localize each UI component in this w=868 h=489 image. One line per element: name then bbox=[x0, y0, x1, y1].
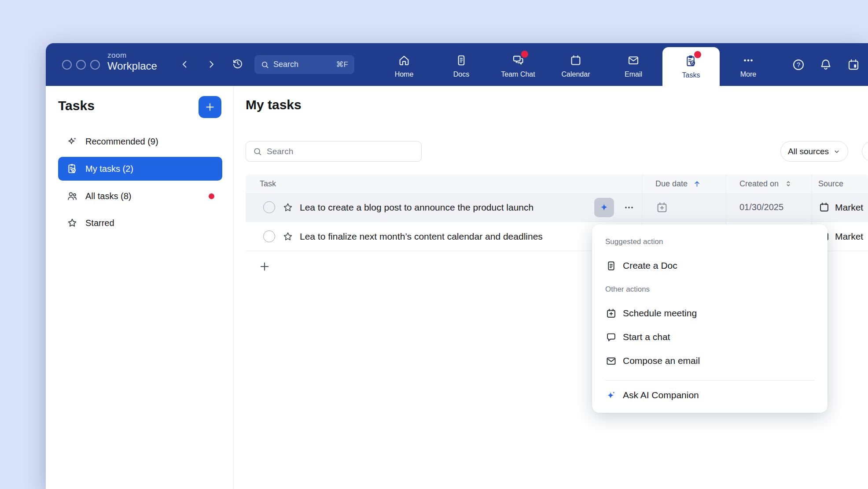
global-search-input[interactable] bbox=[273, 60, 332, 69]
sidebar-title: Tasks bbox=[58, 98, 95, 113]
calendar-plus-icon bbox=[605, 307, 617, 319]
menu-item-start-chat[interactable]: Start a chat bbox=[592, 325, 828, 349]
doc-icon bbox=[605, 260, 617, 272]
nav-team-chat[interactable]: Team Chat bbox=[494, 48, 542, 83]
ai-companion-actions-button[interactable] bbox=[594, 198, 614, 217]
column-header-created-on[interactable]: Created on bbox=[726, 174, 811, 193]
calendar-date-icon bbox=[846, 58, 861, 72]
window-close-icon[interactable] bbox=[62, 60, 72, 70]
sidebar-item-label: All tasks (8) bbox=[85, 191, 131, 201]
back-button[interactable] bbox=[178, 57, 192, 71]
nav-calendar[interactable]: Calendar bbox=[552, 48, 600, 83]
plus-icon bbox=[258, 260, 271, 273]
menu-section-label: Suggested action bbox=[592, 230, 828, 254]
svg-text:?: ? bbox=[797, 61, 800, 68]
star-icon[interactable] bbox=[282, 230, 294, 243]
history-button[interactable] bbox=[231, 56, 245, 70]
date-picker-button[interactable] bbox=[846, 57, 861, 73]
docs-icon bbox=[455, 53, 468, 67]
tasks-sidebar: Tasks Recommended (9) bbox=[46, 86, 234, 489]
new-task-button[interactable] bbox=[199, 96, 221, 118]
nav-email-label: Email bbox=[625, 70, 642, 78]
team-chat-badge bbox=[521, 51, 528, 58]
envelope-icon bbox=[605, 355, 617, 367]
add-task-button[interactable] bbox=[257, 259, 272, 274]
top-navbar: zoom Workplace bbox=[46, 43, 868, 86]
team-chat-icon bbox=[511, 53, 525, 67]
tasks-icon bbox=[684, 54, 698, 69]
tasks-badge bbox=[694, 51, 701, 58]
task-complete-checkbox[interactable] bbox=[263, 201, 275, 213]
partial-filter-button[interactable] bbox=[862, 141, 868, 162]
zoom-workplace-logo: zoom Workplace bbox=[107, 52, 157, 71]
sidebar-item-all-tasks[interactable]: All tasks (8) bbox=[58, 185, 222, 207]
task-cell: Lea to create a blog post to announce th… bbox=[246, 193, 642, 222]
more-ellipsis-icon bbox=[742, 53, 755, 67]
sources-filter-dropdown[interactable]: All sources bbox=[780, 141, 848, 162]
sidebar-nav-list: Recommended (9) My tasks (2) bbox=[58, 130, 222, 234]
created-on-cell: 01/30/2025 bbox=[726, 193, 811, 222]
my-tasks-panel: My tasks All sources Task bbox=[234, 86, 868, 489]
due-date-cell[interactable] bbox=[642, 193, 726, 222]
sidebar-item-label: Starred bbox=[85, 218, 114, 228]
source-label: Market bbox=[835, 202, 863, 213]
nav-tasks-active-tab[interactable]: Tasks bbox=[662, 47, 720, 86]
task-row[interactable]: Lea to create a blog post to announce th… bbox=[246, 193, 868, 222]
star-icon[interactable] bbox=[282, 201, 294, 214]
nav-home[interactable]: Home bbox=[380, 48, 428, 83]
chevron-right-icon bbox=[206, 59, 217, 70]
column-header-source[interactable]: Source bbox=[811, 174, 868, 193]
menu-item-ask-ai-companion[interactable]: Ask AI Companion bbox=[592, 383, 828, 407]
logo-workplace-text: Workplace bbox=[107, 61, 157, 71]
column-header-due-date[interactable]: Due date bbox=[642, 174, 726, 193]
nav-docs[interactable]: Docs bbox=[437, 48, 485, 83]
app-window: zoom Workplace bbox=[46, 43, 868, 489]
window-zoom-icon[interactable] bbox=[90, 60, 100, 70]
star-icon bbox=[66, 217, 78, 229]
chat-bubble-icon bbox=[605, 331, 617, 343]
add-due-date-icon[interactable] bbox=[655, 201, 669, 214]
task-cell: Lea to finalize next month’s content cal… bbox=[246, 222, 642, 251]
sort-ascending-icon[interactable] bbox=[693, 180, 701, 188]
task-title: Lea to create a blog post to announce th… bbox=[300, 202, 533, 213]
search-icon bbox=[261, 60, 269, 69]
task-title: Lea to finalize next month’s content cal… bbox=[300, 231, 543, 242]
content-area: Tasks Recommended (9) bbox=[46, 86, 868, 489]
calendar-icon bbox=[569, 53, 582, 67]
nav-email[interactable]: Email bbox=[609, 48, 658, 83]
email-icon bbox=[627, 53, 640, 67]
menu-item-compose-email[interactable]: Compose an email bbox=[592, 349, 828, 373]
menu-item-create-doc[interactable]: Create a Doc bbox=[592, 254, 828, 278]
home-icon bbox=[397, 53, 411, 67]
clipboard-check-icon bbox=[66, 163, 78, 175]
notifications-button[interactable] bbox=[818, 57, 834, 73]
global-search-bar[interactable]: ⌘F bbox=[254, 55, 354, 74]
source-cell[interactable]: Market bbox=[811, 193, 868, 222]
nav-more[interactable]: More bbox=[724, 48, 772, 83]
forward-button[interactable] bbox=[204, 57, 218, 71]
ai-sparkle-icon bbox=[598, 201, 611, 214]
sort-toggle-icon[interactable] bbox=[784, 179, 793, 188]
ai-companion-icon bbox=[605, 389, 617, 401]
sidebar-item-starred[interactable]: Starred bbox=[58, 211, 222, 234]
search-shortcut-hint: ⌘F bbox=[336, 60, 348, 69]
window-controls[interactable] bbox=[62, 60, 100, 70]
sidebar-item-label: Recommended (9) bbox=[85, 137, 158, 147]
help-button[interactable]: ? bbox=[791, 57, 806, 73]
table-header: Task Due date Created on bbox=[246, 174, 868, 193]
row-more-actions-button[interactable] bbox=[622, 200, 636, 215]
task-search-input[interactable] bbox=[267, 147, 415, 156]
menu-item-schedule-meeting[interactable]: Schedule meeting bbox=[592, 301, 828, 325]
nav-team-chat-label: Team Chat bbox=[501, 70, 535, 78]
column-header-task[interactable]: Task bbox=[246, 174, 642, 193]
sidebar-item-recommended[interactable]: Recommended (9) bbox=[58, 130, 222, 153]
logo-zoom-text: zoom bbox=[107, 52, 157, 59]
window-minimize-icon[interactable] bbox=[76, 60, 86, 70]
people-icon bbox=[66, 190, 78, 202]
task-search-bar[interactable] bbox=[246, 141, 422, 162]
sidebar-item-my-tasks[interactable]: My tasks (2) bbox=[58, 157, 222, 181]
help-icon: ? bbox=[791, 58, 805, 72]
chevron-left-icon bbox=[180, 59, 190, 70]
bell-icon bbox=[819, 58, 833, 72]
task-complete-checkbox[interactable] bbox=[263, 230, 275, 242]
